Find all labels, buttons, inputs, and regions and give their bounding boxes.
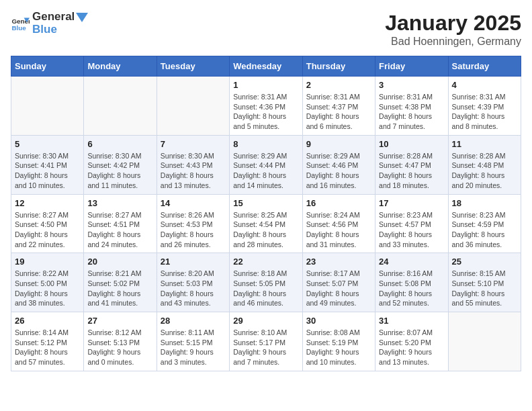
logo: General Blue General Blue	[11, 11, 88, 36]
calendar-cell	[157, 77, 229, 136]
calendar-subtitle: Bad Hoenningen, Germany	[385, 36, 521, 48]
day-number: 9	[306, 139, 371, 149]
day-number: 11	[452, 139, 517, 149]
day-number: 10	[379, 139, 444, 149]
day-number: 7	[161, 139, 226, 149]
day-info: Sunrise: 8:26 AM Sunset: 4:53 PM Dayligh…	[161, 210, 226, 250]
day-number: 16	[306, 198, 371, 208]
day-number: 15	[233, 198, 298, 208]
calendar-cell: 27Sunrise: 8:12 AM Sunset: 5:13 PM Dayli…	[84, 312, 157, 371]
day-number: 24	[379, 257, 444, 267]
calendar-cell: 4Sunrise: 8:31 AM Sunset: 4:39 PM Daylig…	[448, 77, 521, 136]
day-info: Sunrise: 8:15 AM Sunset: 5:10 PM Dayligh…	[452, 269, 517, 308]
day-info: Sunrise: 8:14 AM Sunset: 5:12 PM Dayligh…	[15, 328, 80, 367]
calendar-cell: 15Sunrise: 8:25 AM Sunset: 4:54 PM Dayli…	[230, 194, 302, 253]
day-info: Sunrise: 8:23 AM Sunset: 4:57 PM Dayligh…	[379, 210, 444, 250]
day-info: Sunrise: 8:10 AM Sunset: 5:17 PM Dayligh…	[233, 328, 298, 367]
calendar-cell: 24Sunrise: 8:16 AM Sunset: 5:08 PM Dayli…	[375, 253, 448, 312]
day-number: 23	[306, 257, 371, 267]
calendar-cell: 9Sunrise: 8:29 AM Sunset: 4:46 PM Daylig…	[302, 135, 375, 194]
day-number: 21	[161, 257, 226, 267]
calendar-cell: 29Sunrise: 8:10 AM Sunset: 5:17 PM Dayli…	[230, 312, 302, 371]
day-info: Sunrise: 8:31 AM Sunset: 4:37 PM Dayligh…	[306, 92, 371, 132]
day-info: Sunrise: 8:31 AM Sunset: 4:38 PM Dayligh…	[379, 92, 444, 132]
weekday-header: Sunday	[11, 56, 84, 77]
day-number: 8	[233, 139, 298, 149]
day-info: Sunrise: 8:23 AM Sunset: 4:59 PM Dayligh…	[452, 210, 517, 250]
day-info: Sunrise: 8:30 AM Sunset: 4:43 PM Dayligh…	[161, 151, 226, 191]
day-info: Sunrise: 8:25 AM Sunset: 4:54 PM Dayligh…	[233, 210, 298, 250]
calendar-cell: 13Sunrise: 8:27 AM Sunset: 4:51 PM Dayli…	[84, 194, 157, 253]
day-number: 31	[379, 316, 444, 326]
day-number: 20	[87, 257, 152, 267]
calendar-cell: 5Sunrise: 8:30 AM Sunset: 4:41 PM Daylig…	[11, 135, 84, 194]
calendar-cell: 25Sunrise: 8:15 AM Sunset: 5:10 PM Dayli…	[448, 253, 521, 312]
title-area: January 2025 Bad Hoenningen, Germany	[385, 11, 521, 48]
calendar-week-row: 5Sunrise: 8:30 AM Sunset: 4:41 PM Daylig…	[11, 135, 521, 194]
day-number: 19	[15, 257, 80, 267]
weekday-header-row: SundayMondayTuesdayWednesdayThursdayFrid…	[11, 56, 521, 77]
svg-marker-3	[76, 13, 88, 22]
day-info: Sunrise: 8:18 AM Sunset: 5:05 PM Dayligh…	[233, 269, 298, 308]
svg-text:Blue: Blue	[11, 24, 26, 31]
day-number: 3	[379, 80, 444, 90]
day-info: Sunrise: 8:11 AM Sunset: 5:15 PM Dayligh…	[161, 328, 226, 367]
day-number: 4	[452, 80, 517, 90]
calendar-cell: 21Sunrise: 8:20 AM Sunset: 5:03 PM Dayli…	[157, 253, 229, 312]
day-number: 12	[15, 198, 80, 208]
weekday-header: Wednesday	[230, 56, 302, 77]
calendar-cell	[11, 77, 84, 136]
weekday-header: Thursday	[302, 56, 375, 77]
day-number: 30	[306, 316, 371, 326]
day-number: 26	[15, 316, 80, 326]
day-info: Sunrise: 8:30 AM Sunset: 4:42 PM Dayligh…	[87, 151, 152, 191]
day-info: Sunrise: 8:29 AM Sunset: 4:44 PM Dayligh…	[233, 151, 298, 191]
calendar-cell: 23Sunrise: 8:17 AM Sunset: 5:07 PM Dayli…	[302, 253, 375, 312]
logo-general-text: General	[32, 11, 88, 24]
day-number: 1	[233, 80, 298, 90]
logo-icon: General Blue	[11, 14, 30, 33]
calendar-table: SundayMondayTuesdayWednesdayThursdayFrid…	[11, 56, 521, 371]
calendar-cell: 18Sunrise: 8:23 AM Sunset: 4:59 PM Dayli…	[448, 194, 521, 253]
calendar-cell: 7Sunrise: 8:30 AM Sunset: 4:43 PM Daylig…	[157, 135, 229, 194]
calendar-week-row: 1Sunrise: 8:31 AM Sunset: 4:36 PM Daylig…	[11, 77, 521, 136]
day-number: 28	[161, 316, 226, 326]
weekday-header: Saturday	[448, 56, 521, 77]
logo-blue-text: Blue	[32, 24, 88, 36]
calendar-cell: 28Sunrise: 8:11 AM Sunset: 5:15 PM Dayli…	[157, 312, 229, 371]
calendar-title: January 2025	[385, 11, 521, 36]
calendar-cell: 26Sunrise: 8:14 AM Sunset: 5:12 PM Dayli…	[11, 312, 84, 371]
day-number: 17	[379, 198, 444, 208]
calendar-week-row: 12Sunrise: 8:27 AM Sunset: 4:50 PM Dayli…	[11, 194, 521, 253]
day-info: Sunrise: 8:16 AM Sunset: 5:08 PM Dayligh…	[379, 269, 444, 308]
calendar-cell: 3Sunrise: 8:31 AM Sunset: 4:38 PM Daylig…	[375, 77, 448, 136]
day-info: Sunrise: 8:31 AM Sunset: 4:36 PM Dayligh…	[233, 92, 298, 132]
day-info: Sunrise: 8:08 AM Sunset: 5:19 PM Dayligh…	[306, 328, 371, 367]
calendar-cell: 22Sunrise: 8:18 AM Sunset: 5:05 PM Dayli…	[230, 253, 302, 312]
calendar-cell: 14Sunrise: 8:26 AM Sunset: 4:53 PM Dayli…	[157, 194, 229, 253]
weekday-header: Monday	[84, 56, 157, 77]
day-info: Sunrise: 8:07 AM Sunset: 5:20 PM Dayligh…	[379, 328, 444, 367]
calendar-week-row: 26Sunrise: 8:14 AM Sunset: 5:12 PM Dayli…	[11, 312, 521, 371]
day-info: Sunrise: 8:21 AM Sunset: 5:02 PM Dayligh…	[87, 269, 152, 308]
day-info: Sunrise: 8:28 AM Sunset: 4:48 PM Dayligh…	[452, 151, 517, 191]
calendar-cell: 19Sunrise: 8:22 AM Sunset: 5:00 PM Dayli…	[11, 253, 84, 312]
calendar-cell: 30Sunrise: 8:08 AM Sunset: 5:19 PM Dayli…	[302, 312, 375, 371]
calendar-cell: 11Sunrise: 8:28 AM Sunset: 4:48 PM Dayli…	[448, 135, 521, 194]
day-number: 5	[15, 139, 80, 149]
day-info: Sunrise: 8:30 AM Sunset: 4:41 PM Dayligh…	[15, 151, 80, 191]
day-info: Sunrise: 8:31 AM Sunset: 4:39 PM Dayligh…	[452, 92, 517, 132]
calendar-cell: 16Sunrise: 8:24 AM Sunset: 4:56 PM Dayli…	[302, 194, 375, 253]
page-header: General Blue General Blue January 2025 B…	[11, 11, 521, 48]
day-number: 25	[452, 257, 517, 267]
day-number: 2	[306, 80, 371, 90]
calendar-cell: 2Sunrise: 8:31 AM Sunset: 4:37 PM Daylig…	[302, 77, 375, 136]
day-info: Sunrise: 8:27 AM Sunset: 4:50 PM Dayligh…	[15, 210, 80, 250]
day-number: 14	[161, 198, 226, 208]
day-number: 29	[233, 316, 298, 326]
weekday-header: Friday	[375, 56, 448, 77]
weekday-header: Tuesday	[157, 56, 229, 77]
calendar-cell: 17Sunrise: 8:23 AM Sunset: 4:57 PM Dayli…	[375, 194, 448, 253]
calendar-cell	[448, 312, 521, 371]
calendar-week-row: 19Sunrise: 8:22 AM Sunset: 5:00 PM Dayli…	[11, 253, 521, 312]
